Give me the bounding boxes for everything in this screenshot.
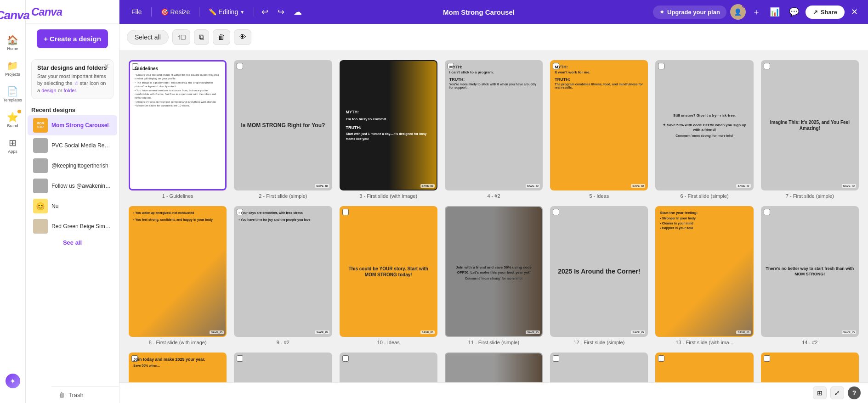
starred-title: Star designs and folders <box>37 64 108 71</box>
slide-card-19[interactable]: Focus areas: SAVE_ID <box>550 353 648 382</box>
recent-item-pvc[interactable]: PVC Social Media Reel ... <box>28 135 117 156</box>
redo-button[interactable]: ↪ <box>275 5 287 19</box>
see-all-link[interactable]: See all <box>26 236 119 250</box>
slide-item-1[interactable]: Guidelines • Ensure your text and image … <box>129 60 227 199</box>
slide-item-12[interactable]: 2025 Is Around the Corner! SAVE_ID 12 - … <box>550 206 648 345</box>
slides-grid: Guidelines • Ensure your text and image … <box>129 60 859 382</box>
slide-item-4[interactable]: MYTH: I can't stick to a program. TRUTH:… <box>445 60 543 199</box>
account-avatar: ✦ <box>6 374 20 388</box>
slide-card-2[interactable]: Is MOM STRONG Right for You? SAVE_ID <box>234 60 332 190</box>
recent-item-keeping[interactable]: @keepingittogertherish <box>28 156 117 176</box>
slide-card-17[interactable]: Daily SAVE_ID <box>340 353 437 382</box>
expand-button[interactable]: ⤢ <box>830 386 844 399</box>
notification-badge <box>742 4 746 8</box>
recent-label: PVC Social Media Reel ... <box>51 142 112 149</box>
slide-label-10: 10 - Ideas <box>340 340 437 345</box>
slide-card-20[interactable]: Move at your own pace, SAVE_ID Activate … <box>655 353 753 382</box>
nav-home[interactable]: 🏠 Home <box>2 31 24 55</box>
slide-card-9[interactable]: • Your days are smoother, with less stre… <box>234 206 332 336</box>
create-design-button[interactable]: + Create a design <box>37 29 108 48</box>
slide-label-13: 13 - First slide (with ima... <box>655 340 753 345</box>
crown-icon: ✦ <box>659 9 664 16</box>
slide-card-13[interactable]: Start the year feeling: • Stronger in yo… <box>655 206 753 336</box>
slide-item-17[interactable]: Daily SAVE_ID 17 <box>340 353 437 382</box>
share-slides-button[interactable]: ↑□ <box>172 29 191 45</box>
recent-item-mom-strong[interactable]: MOMSTR Mom Strong Carousel <box>28 115 117 135</box>
close-button[interactable]: ✕ <box>848 5 861 19</box>
trash-button[interactable]: 🗑 Trash <box>51 386 119 403</box>
slide-card-18[interactable]: Start small. SAVE_ID <box>445 353 543 382</box>
comments-button[interactable]: 💬 <box>786 5 802 19</box>
slide-item-7[interactable]: Imagine This: It's 2025, and You Feel Am… <box>761 60 859 199</box>
slide-item-6[interactable]: Still unsure? Give it a try—risk-free.✦ … <box>655 60 753 199</box>
upgrade-button[interactable]: ✦ Upgrade your plan <box>653 6 726 19</box>
recent-item-red-green[interactable]: Red Green Beige Simpl... <box>28 216 117 236</box>
nav-brand[interactable]: ⭐ Brand <box>2 108 24 132</box>
save-tag: SAVE_ID <box>210 330 224 334</box>
delete-button[interactable]: 🗑 <box>213 29 230 45</box>
close-starred-button[interactable]: ✕ <box>104 62 109 70</box>
duplicate-button[interactable]: ⧉ <box>194 29 209 45</box>
slide-item-19[interactable]: Focus areas: SAVE_ID 19 <box>550 353 648 382</box>
slide-item-20[interactable]: Move at your own pace, SAVE_ID Activate … <box>655 353 753 382</box>
slide-item-16[interactable]: Let's thrive together, SAVE_ID 16 <box>234 353 332 382</box>
sidebar-logo-area: Canva <box>26 0 119 24</box>
create-btn-wrapper: + Create a design <box>26 24 119 56</box>
nav-projects[interactable]: 📁 Projects <box>2 56 24 80</box>
slide-card-16[interactable]: Let's thrive together, SAVE_ID <box>234 353 332 382</box>
recent-thumb <box>33 138 48 153</box>
add-team-button[interactable]: ＋ <box>749 5 763 19</box>
slide-item-5[interactable]: MYTH: It won't work for me. TRUTH: The p… <box>550 60 648 199</box>
slide-label-3: 3 - First slide (with image) <box>340 193 437 199</box>
nav-account[interactable]: ✦ <box>2 369 24 393</box>
slide-card-14[interactable]: There's no better way to start fresh tha… <box>761 206 859 336</box>
slide-item-21[interactable]: Your Invitation SAVE_ID 21 <box>761 353 859 382</box>
slide-item-9[interactable]: • Your days are smoother, with less stre… <box>234 206 332 345</box>
left-nav-bar: Canva 🏠 Home 📁 Projects 📄 Templates ⭐ Br… <box>0 0 26 403</box>
slide-item-18[interactable]: Start small. SAVE_ID 18 <box>445 353 543 382</box>
undo-icon: ↩ <box>261 7 268 17</box>
select-all-button[interactable]: Select all <box>127 30 169 45</box>
hide-button[interactable]: 👁 <box>234 29 251 45</box>
slide-card-5[interactable]: MYTH: It won't work for me. TRUTH: The p… <box>550 60 648 190</box>
share-button[interactable]: ↗ Share <box>806 6 845 19</box>
file-menu-button[interactable]: File <box>127 6 147 18</box>
slide-item-8[interactable]: • You wake up energized, not exhausted •… <box>129 206 227 345</box>
slide-item-15[interactable]: Join today and make 2025 your year. Save… <box>129 353 227 382</box>
editing-button[interactable]: ✏️ Editing ▼ <box>204 6 249 18</box>
slide-item-10[interactable]: This could be YOUR story. Start with MOM… <box>340 206 437 345</box>
slide-card-10[interactable]: This could be YOUR story. Start with MOM… <box>340 206 437 336</box>
slide-card-1[interactable]: Guidelines • Ensure your text and image … <box>129 60 227 190</box>
slide-item-14[interactable]: There's no better way to start fresh tha… <box>761 206 859 345</box>
recent-item-nu[interactable]: 😊 Nu <box>28 196 117 216</box>
slide-item-3[interactable]: MYTH: I'm too busy to commit. TRUTH: Sta… <box>340 60 437 199</box>
slide-card-6[interactable]: Still unsure? Give it a try—risk-free.✦ … <box>655 60 753 190</box>
chat-icon: 💬 <box>789 7 799 17</box>
grid-view-button[interactable]: ⊞ <box>813 386 827 399</box>
slide-card-21[interactable]: Your Invitation SAVE_ID <box>761 353 859 382</box>
action-bar: Select all ↑□ ⧉ 🗑 👁 <box>119 24 868 51</box>
slide-label-9: 9 - #2 <box>234 340 332 345</box>
nav-templates[interactable]: 📄 Templates <box>2 82 24 106</box>
slide-card-3[interactable]: MYTH: I'm too busy to commit. TRUTH: Sta… <box>340 60 437 190</box>
slide-card-15[interactable]: Join today and make 2025 your year. Save… <box>129 353 227 382</box>
nav-apps[interactable]: ⊞ Apps <box>2 134 24 157</box>
slide-card-8[interactable]: • You wake up energized, not exhausted •… <box>129 206 227 336</box>
help-button[interactable]: ? <box>848 386 861 399</box>
cloud-save-button[interactable]: ☁ <box>291 5 305 19</box>
recent-thumb: MOMSTR <box>33 118 48 133</box>
topbar: File 🎯 Resize ✏️ Editing ▼ ↩ ↪ ☁ Mom Str… <box>119 0 868 24</box>
user-avatar[interactable]: 👤 <box>730 4 746 20</box>
slide-item-13[interactable]: Start the year feeling: • Stronger in yo… <box>655 206 753 345</box>
undo-button[interactable]: ↩ <box>259 5 271 19</box>
slide-card-11[interactable]: Join with a friend and save 50% using co… <box>445 206 543 336</box>
slide-item-2[interactable]: Is MOM STRONG Right for You? SAVE_ID 2 -… <box>234 60 332 199</box>
slide-card-4[interactable]: MYTH: I can't stick to a program. TRUTH:… <box>445 60 543 190</box>
slide-item-11[interactable]: Join with a friend and save 50% using co… <box>445 206 543 345</box>
recent-item-follow[interactable]: Follow us @awakenings... <box>28 176 117 196</box>
slide-card-7[interactable]: Imagine This: It's 2025, and You Feel Am… <box>761 60 859 190</box>
recent-thumb <box>33 179 48 193</box>
resize-button[interactable]: 🎯 Resize <box>156 6 195 18</box>
slide-card-12[interactable]: 2025 Is Around the Corner! SAVE_ID <box>550 206 648 336</box>
analytics-button[interactable]: 📊 <box>767 5 783 19</box>
